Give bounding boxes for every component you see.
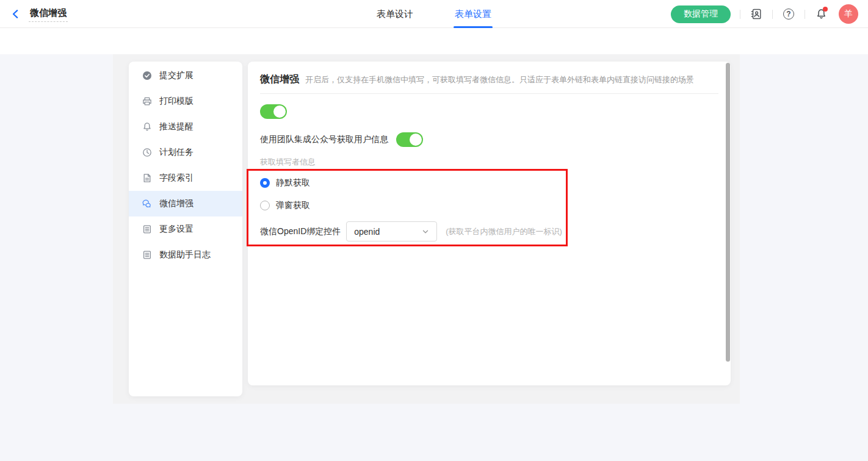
openid-select[interactable]: openid xyxy=(346,221,437,241)
sidebar-item-data-assistant-log[interactable]: 数据助手日志 xyxy=(129,242,242,268)
radio-label: 弹窗获取 xyxy=(276,200,310,211)
toggle-knob xyxy=(273,105,286,118)
sidebar-item-wechat-enhance[interactable]: 微信增强 xyxy=(129,191,242,216)
openid-hint: (获取平台内微信用户的唯一标识) xyxy=(446,226,562,237)
panel-description: 开启后，仅支持在手机微信中填写，可获取填写者微信信息。只适应于表单外链和表单内链… xyxy=(305,74,694,85)
sidebar-item-label: 推送提醒 xyxy=(159,121,193,132)
sidebar-item-print-template[interactable]: 打印模版 xyxy=(129,88,242,114)
toggle-knob xyxy=(410,134,422,146)
sidebar-item-field-index[interactable]: 字段索引 xyxy=(129,165,242,191)
header-spacer xyxy=(0,28,868,54)
header-divider xyxy=(260,93,718,94)
list-icon xyxy=(142,250,152,260)
check-circle-icon xyxy=(142,71,152,80)
sidebar-item-push-reminder[interactable]: 推送提醒 xyxy=(129,114,242,140)
center-tabs: 表单设计 表单设置 xyxy=(376,0,492,28)
wechat-icon xyxy=(142,199,152,209)
settings-sidebar: 提交扩展 打印模版 推送提醒 计划任务 xyxy=(129,62,242,396)
avatar[interactable]: 羊 xyxy=(839,4,858,24)
printer-icon xyxy=(142,96,152,106)
notification-bell-icon[interactable] xyxy=(814,7,828,21)
top-bar: 微信增强 表单设计 表单设置 数据管理 ? xyxy=(0,0,868,28)
team-account-row: 使用团队集成公众号获取用户信息 xyxy=(260,132,718,147)
radio-label: 静默获取 xyxy=(276,177,310,188)
help-glyph: ? xyxy=(786,10,790,18)
radio-silent-fetch[interactable]: 静默获取 xyxy=(260,177,718,188)
openid-binding-row: 微信OpenID绑定控件 openid (获取平台内微信用户的唯一标识) xyxy=(260,221,718,241)
sidebar-item-label: 提交扩展 xyxy=(159,70,193,81)
chevron-down-icon xyxy=(422,228,429,235)
topbar-left: 微信增强 xyxy=(9,0,68,28)
back-button[interactable] xyxy=(9,7,23,21)
tab-form-design[interactable]: 表单设计 xyxy=(376,0,414,28)
team-account-label: 使用团队集成公众号获取用户信息 xyxy=(260,134,388,145)
sidebar-item-label: 打印模版 xyxy=(159,96,193,107)
form-title[interactable]: 微信增强 xyxy=(29,6,68,22)
list-icon xyxy=(142,224,152,234)
wechat-enhance-panel: 微信增强 开启后，仅支持在手机微信中填写，可获取填写者微信信息。只适应于表单外链… xyxy=(248,62,731,385)
vertical-scrollbar[interactable] xyxy=(726,63,730,362)
sidebar-item-more-settings[interactable]: 更多设置 xyxy=(129,216,242,242)
tab-label: 表单设计 xyxy=(377,9,413,20)
radio-unselected-icon xyxy=(260,201,270,210)
bell-icon xyxy=(142,122,152,132)
divider xyxy=(740,10,740,19)
fetch-writer-info-label: 获取填写者信息 xyxy=(260,157,718,168)
tab-label: 表单设置 xyxy=(455,9,491,20)
radio-selected-icon xyxy=(260,178,270,188)
sidebar-item-label: 微信增强 xyxy=(159,198,193,209)
notification-badge xyxy=(823,7,828,12)
radio-popup-fetch[interactable]: 弹窗获取 xyxy=(260,200,718,211)
sidebar-item-scheduled-task[interactable]: 计划任务 xyxy=(129,140,242,165)
team-account-toggle[interactable] xyxy=(396,132,423,147)
help-icon[interactable]: ? xyxy=(782,7,795,21)
sidebar-item-label: 计划任务 xyxy=(159,147,193,158)
sidebar-item-submit-extension[interactable]: 提交扩展 xyxy=(129,63,242,88)
openid-binding-label: 微信OpenID绑定控件 xyxy=(260,226,341,237)
panel-title: 微信增强 xyxy=(260,73,299,86)
topbar-right: 数据管理 ? 羊 xyxy=(671,0,858,28)
active-tab-underline xyxy=(454,26,493,28)
sidebar-item-label: 字段索引 xyxy=(159,173,193,184)
tab-form-settings[interactable]: 表单设置 xyxy=(454,0,492,28)
divider xyxy=(772,10,773,19)
data-manage-button[interactable]: 数据管理 xyxy=(671,5,731,23)
sidebar-item-label: 数据助手日志 xyxy=(159,249,211,260)
wechat-enhance-toggle[interactable] xyxy=(260,104,287,119)
document-icon xyxy=(142,173,152,183)
openid-select-value: openid xyxy=(354,227,422,237)
chevron-left-icon xyxy=(10,9,21,20)
divider xyxy=(805,10,805,19)
address-book-icon[interactable] xyxy=(750,7,763,21)
panel-header: 微信增强 开启后，仅支持在手机微信中填写，可获取填写者微信信息。只适应于表单外链… xyxy=(260,73,718,86)
clock-icon xyxy=(142,148,152,157)
sidebar-item-label: 更多设置 xyxy=(159,224,193,235)
